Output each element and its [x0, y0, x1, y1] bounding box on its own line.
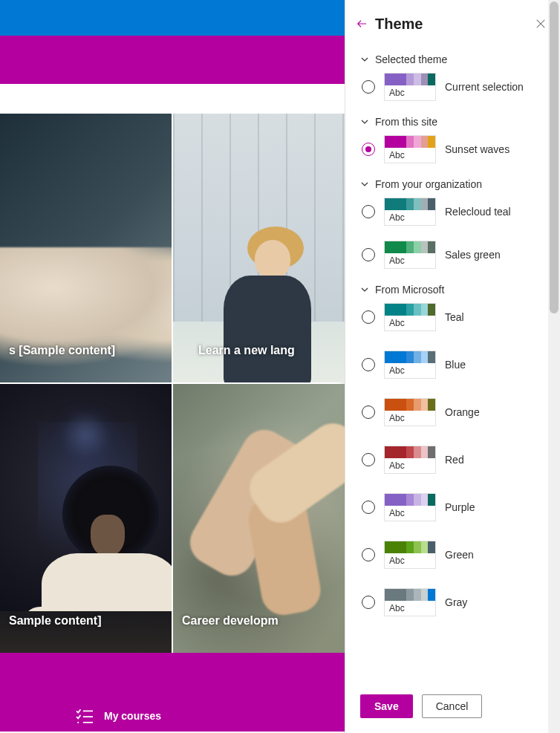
radio-button[interactable]	[362, 143, 375, 156]
radio-button[interactable]	[362, 453, 375, 466]
theme-name: Blue	[445, 359, 466, 371]
radio-button[interactable]	[362, 548, 375, 561]
section-header-label: From Microsoft	[375, 284, 444, 296]
radio-button[interactable]	[362, 405, 375, 419]
theme-swatch: Abc	[384, 398, 436, 426]
radio-button[interactable]	[362, 596, 375, 609]
back-icon[interactable]	[351, 13, 372, 34]
swatch-sample-text: Abc	[385, 601, 435, 616]
theme-swatch: Abc	[384, 541, 436, 569]
nav-bar	[0, 84, 345, 114]
theme-swatch: Abc	[384, 73, 436, 101]
swatch-sample-text: Abc	[385, 85, 435, 100]
hero-tile[interactable]: Career developm	[173, 384, 345, 653]
section-header-label: From your organization	[375, 178, 482, 190]
radio-button[interactable]	[362, 310, 375, 324]
checklist-icon	[74, 708, 95, 724]
scrollbar-thumb[interactable]	[550, 1, 559, 313]
theme-swatch: Abc	[384, 351, 436, 379]
theme-swatch: Abc	[384, 446, 436, 474]
theme-name: Current selection	[445, 81, 524, 93]
quick-link-my-courses[interactable]: My courses	[74, 708, 161, 724]
section-selected-header[interactable]: Selected theme	[360, 53, 551, 65]
radio-button[interactable]	[362, 205, 375, 218]
section-org-header[interactable]: From your organization	[360, 178, 551, 190]
suite-bar	[0, 0, 345, 36]
theme-name: Orange	[445, 406, 480, 418]
theme-swatch: Abc	[384, 135, 436, 163]
scrollbar[interactable]	[548, 0, 560, 733]
theme-swatch: Abc	[384, 493, 436, 521]
theme-name: Purple	[445, 501, 475, 513]
theme-option-purple[interactable]: AbcPurple	[360, 493, 551, 521]
theme-name: Gray	[445, 596, 467, 608]
hero-tile[interactable]: s [Sample content]	[0, 114, 172, 382]
swatch-sample-text: Abc	[385, 253, 435, 268]
swatch-sample-text: Abc	[385, 210, 435, 225]
swatch-sample-text: Abc	[385, 458, 435, 473]
swatch-sample-text: Abc	[385, 316, 435, 330]
theme-swatch: Abc	[384, 303, 436, 331]
radio-button[interactable]	[362, 80, 375, 94]
theme-name: Red	[445, 454, 464, 466]
quick-links-bar: My courses	[0, 653, 345, 732]
swatch-sample-text: Abc	[385, 553, 435, 568]
radio-button[interactable]	[362, 358, 375, 371]
hero-tile[interactable]: Sample content]	[0, 384, 172, 653]
theme-option-orange[interactable]: AbcOrange	[360, 398, 551, 426]
cancel-button[interactable]: Cancel	[422, 694, 483, 718]
theme-option-green[interactable]: AbcGreen	[360, 541, 551, 569]
close-icon[interactable]	[532, 15, 550, 33]
theme-option-current[interactable]: AbcCurrent selection	[360, 73, 551, 101]
theme-name: Teal	[445, 311, 464, 323]
hero-tile-label: Learn a new lang	[198, 344, 336, 357]
theme-option-teal[interactable]: AbcTeal	[360, 303, 551, 331]
theme-option-red[interactable]: AbcRed	[360, 446, 551, 474]
save-button[interactable]: Save	[360, 694, 413, 718]
theme-option-salesgreen[interactable]: AbcSales green	[360, 241, 551, 269]
hero-tile-label: Sample content]	[9, 614, 163, 628]
theme-option-sunset[interactable]: AbcSunset waves	[360, 135, 551, 163]
theme-swatch: Abc	[384, 241, 436, 269]
section-ms-header[interactable]: From Microsoft	[360, 284, 551, 296]
theme-name: Relecloud teal	[445, 206, 511, 218]
quick-link-label: My courses	[104, 710, 161, 722]
radio-button[interactable]	[362, 248, 375, 261]
radio-button[interactable]	[362, 501, 375, 514]
hero-tile[interactable]: Learn a new lang	[173, 114, 345, 382]
hero-tile-label: s [Sample content]	[9, 344, 163, 357]
hero-tile-label: Career developm	[182, 614, 336, 628]
section-header-label: Selected theme	[375, 53, 447, 65]
page-background: s [Sample content] Learn a new lang Samp…	[0, 0, 345, 733]
swatch-sample-text: Abc	[385, 506, 435, 521]
theme-name: Green	[445, 549, 474, 561]
swatch-sample-text: Abc	[385, 148, 435, 163]
swatch-sample-text: Abc	[385, 411, 435, 426]
swatch-sample-text: Abc	[385, 363, 435, 378]
theme-panel: Theme Selected themeAbcCurrent selection…	[345, 0, 560, 733]
section-site-header[interactable]: From this site	[360, 116, 551, 128]
theme-name: Sunset waves	[445, 143, 509, 155]
theme-name: Sales green	[445, 249, 501, 261]
section-header-label: From this site	[375, 116, 437, 128]
theme-option-blue[interactable]: AbcBlue	[360, 351, 551, 379]
theme-option-relecloud[interactable]: AbcRelecloud teal	[360, 198, 551, 226]
theme-swatch: Abc	[384, 198, 436, 226]
svg-point-2	[77, 722, 79, 723]
theme-option-gray[interactable]: AbcGray	[360, 588, 551, 616]
site-header	[0, 36, 345, 84]
panel-title: Theme	[375, 16, 532, 33]
theme-swatch: Abc	[384, 588, 436, 616]
